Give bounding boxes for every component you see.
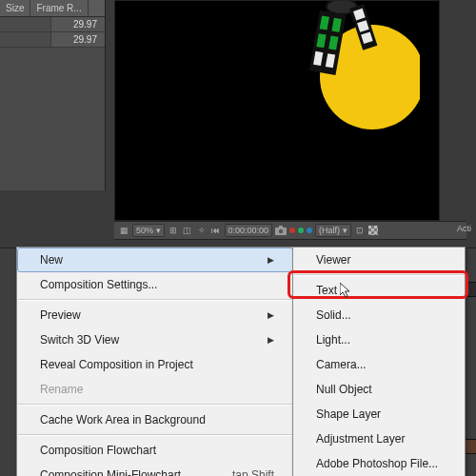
menu-separator	[18, 404, 292, 406]
menu-separator	[18, 434, 292, 436]
menu-item-composition-mini-flowchart[interactable]: Composition Mini-Flowcharttap Shift	[17, 463, 293, 476]
framerate-cell: 29.97	[50, 17, 105, 31]
menu-item-label: Adobe Photoshop File...	[316, 457, 438, 470]
submenu-item-solid[interactable]: Solid...	[293, 303, 465, 327]
project-panel-headers: Size Frame R...	[0, 0, 105, 17]
current-time[interactable]: 0:00:00:00	[225, 224, 273, 237]
menu-separator	[294, 274, 464, 276]
menu-item-label: Cache Work Area in Background	[40, 413, 206, 426]
submenu-item-light[interactable]: Light...	[293, 327, 465, 352]
menu-item-cache-work-area-in-background[interactable]: Cache Work Area in Background	[17, 407, 293, 432]
submenu-item-text[interactable]: Text	[293, 278, 465, 303]
composition-viewer[interactable]	[114, 0, 440, 221]
menu-item-label: Viewer	[316, 253, 350, 267]
menu-item-rename: Rename	[17, 377, 293, 402]
guides-icon[interactable]: ✧	[196, 225, 208, 236]
svg-rect-17	[279, 226, 283, 228]
menu-item-label: Reveal Composition in Project	[40, 358, 193, 371]
snapshot-icon[interactable]	[275, 225, 287, 236]
layer-icon[interactable]: ⊞	[168, 225, 179, 236]
menu-item-label: Adjustment Layer	[316, 432, 405, 446]
submenu-arrow-icon: ▶	[268, 310, 274, 320]
submenu-arrow-icon: ▶	[268, 335, 274, 345]
menu-item-new[interactable]: New▶	[17, 248, 293, 272]
time-nav-icon[interactable]: ⏮	[210, 225, 222, 236]
submenu-item-viewer[interactable]: Viewer	[293, 248, 465, 272]
menu-item-label: Composition Mini-Flowchart	[40, 468, 181, 476]
menu-item-label: Null Object	[316, 383, 372, 396]
quality-dropdown[interactable]: (Half) ▾	[315, 224, 351, 237]
menu-item-label: Rename	[40, 383, 83, 396]
menu-item-label: Composition Settings...	[40, 278, 157, 291]
context-submenu-new: ViewerTextSolid...Light...Camera...Null …	[292, 247, 466, 476]
mask-icon[interactable]: ◫	[182, 225, 193, 236]
framerate-cell: 29.97	[50, 32, 105, 47]
submenu-item-camera[interactable]: Camera...	[293, 352, 465, 377]
menu-item-reveal-composition-in-project[interactable]: Reveal Composition in Project	[17, 352, 293, 377]
submenu-arrow-icon: ▶	[268, 255, 274, 265]
submenu-item-adjustment-layer[interactable]: Adjustment Layer	[293, 426, 465, 451]
actions-label-cut: Acti	[454, 221, 474, 236]
menu-item-label: Camera...	[316, 358, 367, 371]
context-menu: New▶Composition Settings...Preview▶Switc…	[16, 247, 294, 476]
view-icon[interactable]: ⊡	[354, 225, 366, 236]
transparency-toggle-icon[interactable]	[368, 226, 378, 235]
menu-item-label: Switch 3D View	[40, 333, 119, 347]
submenu-item-adobe-photoshop-file[interactable]: Adobe Photoshop File...	[293, 451, 465, 476]
svg-point-18	[279, 229, 283, 233]
menu-item-shortcut: tap Shift	[232, 468, 274, 476]
menu-item-label: Composition Flowchart	[40, 444, 156, 457]
submenu-item-shape-layer[interactable]: Shape Layer	[293, 402, 465, 426]
menu-item-label: Shape Layer	[316, 407, 381, 421]
menu-item-label: Preview	[40, 308, 81, 322]
menu-separator	[18, 299, 292, 301]
menu-item-composition-settings[interactable]: Composition Settings...	[17, 272, 293, 297]
viewer-statusbar: ▦ 50% ▾ ⊞ ◫ ✧ ⏮ 0:00:00:00 (Half) ▾ ⊡	[114, 221, 466, 240]
project-panel: Size Frame R... 29.97 29.97	[0, 0, 106, 190]
channel-icons[interactable]	[289, 228, 312, 233]
menu-item-label: New	[40, 253, 63, 267]
menu-item-label: Solid...	[316, 308, 351, 322]
col-framerate[interactable]: Frame R...	[30, 0, 88, 16]
menu-item-composition-flowchart[interactable]: Composition Flowchart	[17, 438, 293, 463]
zoom-dropdown[interactable]: 50% ▾	[132, 224, 165, 237]
menu-item-switch-3d-view[interactable]: Switch 3D View▶	[17, 327, 293, 352]
table-row[interactable]: 29.97	[0, 17, 105, 32]
table-row[interactable]: 29.97	[0, 32, 105, 48]
col-size[interactable]: Size	[0, 0, 30, 16]
menu-item-label: Light...	[316, 333, 350, 347]
submenu-item-null-object[interactable]: Null Object	[293, 377, 465, 402]
menu-item-label: Text	[316, 284, 337, 297]
mascot-graphic	[268, 0, 420, 153]
grid-icon[interactable]: ▦	[118, 225, 129, 236]
menu-item-preview[interactable]: Preview▶	[17, 303, 293, 327]
